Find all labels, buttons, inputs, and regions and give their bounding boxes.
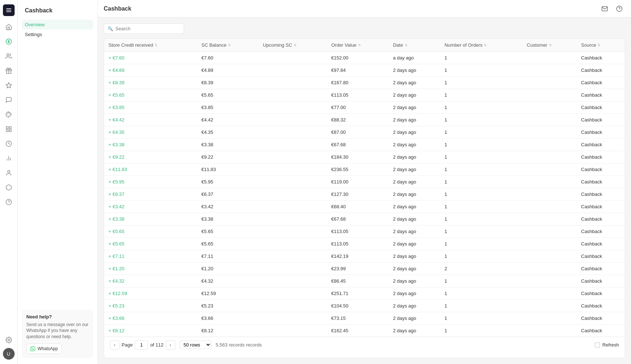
refresh-label: Refresh bbox=[602, 342, 619, 348]
table-cell: 2 days ago bbox=[389, 325, 440, 337]
sidebar-icon-cashback[interactable] bbox=[2, 35, 15, 48]
table-cell: €9.22 bbox=[197, 151, 259, 163]
prev-page-button[interactable]: ‹ bbox=[110, 340, 119, 350]
table-cell bbox=[259, 225, 327, 238]
table-cell: €12.59 bbox=[197, 287, 259, 300]
app-logo bbox=[3, 4, 15, 16]
page-label: Page bbox=[122, 342, 133, 348]
table-cell: 1 bbox=[440, 325, 522, 337]
sidebar-icon-gift[interactable] bbox=[2, 64, 15, 77]
table-cell: 2 days ago bbox=[389, 89, 440, 101]
table-cell: €7.11 bbox=[197, 250, 259, 263]
help-button[interactable] bbox=[613, 3, 625, 15]
rows-per-page-select[interactable]: 50 rows 100 rows bbox=[180, 341, 211, 349]
table-cell: €162.45 bbox=[327, 325, 389, 337]
page-number-input[interactable] bbox=[135, 340, 148, 350]
table-cell bbox=[259, 126, 327, 139]
table-row: + €7.60€7.60€152.00a day ago1Cashback bbox=[104, 52, 625, 64]
table-cell: €113.05 bbox=[327, 225, 389, 238]
table-cell bbox=[259, 287, 327, 300]
th-date[interactable]: Date ⇅ bbox=[389, 39, 440, 52]
sort-icon-upcoming-sc: ⇅ bbox=[294, 43, 297, 47]
table-cell: €6.37 bbox=[197, 188, 259, 201]
search-input-wrap[interactable]: 🔍 bbox=[104, 23, 184, 34]
th-store-credit[interactable]: Store Credit received ⇅ bbox=[104, 39, 197, 52]
next-page-button[interactable]: › bbox=[166, 340, 175, 350]
table-cell: 1 bbox=[440, 139, 522, 151]
table-cell: Cashback bbox=[577, 64, 625, 77]
nav-item-settings[interactable]: Settings bbox=[22, 30, 93, 39]
table-cell: €3.66 bbox=[197, 312, 259, 325]
table-cell: 1 bbox=[440, 213, 522, 225]
page-title: Cashback bbox=[104, 5, 131, 12]
table-cell: Cashback bbox=[577, 238, 625, 250]
search-input[interactable] bbox=[115, 26, 180, 31]
table-cell: 2 days ago bbox=[389, 300, 440, 312]
help-box: Need help? Send us a message over on our… bbox=[22, 310, 93, 358]
table-cell: €184.30 bbox=[327, 151, 389, 163]
th-upcoming-sc[interactable]: Upcoming SC ⇅ bbox=[259, 39, 327, 52]
sidebar-icon-messages[interactable] bbox=[2, 93, 15, 107]
table-cell: €3.38 bbox=[197, 139, 259, 151]
svg-point-8 bbox=[7, 115, 7, 115]
table-row: + €4.35€4.35€87.002 days ago1Cashback bbox=[104, 126, 625, 139]
table-cell: 1 bbox=[440, 225, 522, 238]
table-cell: 2 days ago bbox=[389, 188, 440, 201]
table-cell bbox=[523, 89, 577, 101]
th-order-value[interactable]: Order Value ⇅ bbox=[327, 39, 389, 52]
table-cell bbox=[259, 263, 327, 275]
table-row: + €4.32€4.32€86.452 days ago1Cashback bbox=[104, 275, 625, 287]
user-avatar[interactable]: U bbox=[3, 348, 15, 360]
whatsapp-button[interactable]: WhatsApp bbox=[26, 344, 62, 354]
table-cell: + €4.42 bbox=[104, 114, 197, 126]
table-row: + €8.39€8.39€167.802 days ago1Cashback bbox=[104, 77, 625, 89]
svg-rect-9 bbox=[6, 127, 8, 128]
sidebar-icon-star[interactable] bbox=[2, 79, 15, 92]
table-cell: €5.65 bbox=[197, 89, 259, 101]
svg-point-17 bbox=[8, 170, 10, 173]
table-cell bbox=[259, 151, 327, 163]
table-cell: 2 days ago bbox=[389, 201, 440, 213]
sidebar-icon-activity[interactable] bbox=[2, 137, 15, 150]
table-cell: + €4.89 bbox=[104, 64, 197, 77]
sort-icon-customer: ⇅ bbox=[549, 43, 552, 47]
email-button[interactable] bbox=[599, 3, 611, 15]
sidebar-icon-dashboard[interactable] bbox=[2, 123, 15, 136]
whatsapp-label: WhatsApp bbox=[38, 346, 58, 351]
sidebar-icon-paint[interactable] bbox=[2, 108, 15, 121]
th-customer[interactable]: Customer ⇅ bbox=[523, 39, 577, 52]
table-cell: €5.23 bbox=[197, 300, 259, 312]
table-cell bbox=[523, 213, 577, 225]
th-num-orders[interactable]: Number of Orders ⇅ bbox=[440, 39, 522, 52]
nav-item-overview[interactable]: Overview bbox=[22, 20, 93, 30]
table-cell: 2 days ago bbox=[389, 238, 440, 250]
sidebar-icon-chart[interactable] bbox=[2, 152, 15, 165]
table-cell: €3.85 bbox=[197, 101, 259, 114]
sidebar-icon-help[interactable] bbox=[2, 195, 15, 209]
table-row: + €3.42€3.42€68.402 days ago1Cashback bbox=[104, 201, 625, 213]
sidebar-icon-users[interactable] bbox=[2, 50, 15, 63]
table-row: + €6.37€6.37€127.302 days ago1Cashback bbox=[104, 188, 625, 201]
settings-icon[interactable] bbox=[2, 333, 15, 346]
table-cell: €5.95 bbox=[197, 176, 259, 188]
table-cell: 1 bbox=[440, 114, 522, 126]
records-count: 5,563 records records bbox=[216, 342, 262, 348]
help-body: Send us a message over on our WhatsApp i… bbox=[26, 322, 89, 340]
table-cell: + €3.66 bbox=[104, 312, 197, 325]
table-cell bbox=[523, 101, 577, 114]
th-source[interactable]: Source ⇅ bbox=[577, 39, 625, 52]
refresh-button[interactable]: Refresh bbox=[595, 342, 619, 348]
sidebar-icon-box[interactable] bbox=[2, 181, 15, 194]
th-sc-balance[interactable]: SC Balance ⇅ bbox=[197, 39, 259, 52]
data-table-container: Store Credit received ⇅ SC Balance ⇅ bbox=[104, 38, 625, 358]
svg-point-7 bbox=[8, 113, 8, 113]
table-cell: Cashback bbox=[577, 201, 625, 213]
svg-rect-12 bbox=[6, 130, 8, 132]
sidebar-icon-person[interactable] bbox=[2, 166, 15, 179]
table-cell: 2 days ago bbox=[389, 250, 440, 263]
table-cell: 1 bbox=[440, 300, 522, 312]
table-cell: + €3.38 bbox=[104, 213, 197, 225]
email-icon bbox=[601, 5, 608, 12]
table-cell bbox=[523, 300, 577, 312]
sidebar-icon-home[interactable] bbox=[2, 20, 15, 34]
